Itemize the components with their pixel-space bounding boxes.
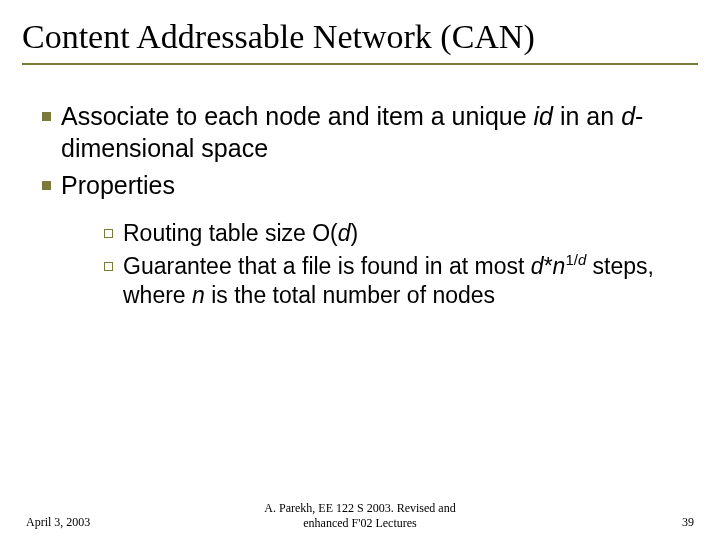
italic-text: d [531, 253, 544, 279]
footer-page-number: 39 [682, 515, 694, 530]
sub-bullet-text: Guarantee that a file is found in at mos… [123, 252, 688, 310]
slide-body: Associate to each node and item a unique… [22, 101, 698, 309]
text-fragment: in an [553, 102, 621, 130]
text-fragment: ) [351, 220, 359, 246]
bullet-text: Properties [61, 170, 688, 201]
text-fragment: Guarantee that a file is found in at mos… [123, 253, 531, 279]
text-fragment: Routing table size O( [123, 220, 338, 246]
bullet-text: Associate to each node and item a unique… [61, 101, 688, 164]
slide-title: Content Addressable Network (CAN) [22, 18, 698, 61]
italic-text: d [338, 220, 351, 246]
square-bullet-icon [42, 181, 51, 190]
italic-text: id [534, 102, 553, 130]
footer-date: April 3, 2003 [26, 515, 90, 530]
open-square-bullet-icon [104, 229, 113, 238]
slide-footer: April 3, 2003 A. Parekh, EE 122 S 2003. … [0, 515, 720, 530]
footer-attribution: A. Parekh, EE 122 S 2003. Revised and en… [210, 501, 510, 530]
superscript: 1/d [565, 251, 586, 268]
bullet-item: Properties [42, 170, 688, 201]
square-bullet-icon [42, 112, 51, 121]
italic-text: n [553, 253, 566, 279]
text-fragment: A. Parekh, EE 122 S 2003. Revised and [264, 501, 455, 515]
italic-text: d [578, 251, 586, 268]
italic-text: d [621, 102, 635, 130]
sub-bullet-item: Guarantee that a file is found in at mos… [104, 252, 688, 310]
sub-bullet-item: Routing table size O(d) [104, 219, 688, 248]
text-fragment: Associate to each node and item a unique [61, 102, 534, 130]
open-square-bullet-icon [104, 262, 113, 271]
text-fragment: 1/ [565, 251, 577, 268]
text-fragment: enhanced F'02 Lectures [303, 516, 416, 530]
italic-text: n [192, 282, 205, 308]
sub-bullet-text: Routing table size O(d) [123, 219, 688, 248]
sub-bullet-list: Routing table size O(d) Guarantee that a… [42, 219, 688, 309]
title-underline [22, 63, 698, 65]
slide: Content Addressable Network (CAN) Associ… [0, 0, 720, 540]
text-fragment: * [544, 253, 553, 279]
bullet-item: Associate to each node and item a unique… [42, 101, 688, 164]
text-fragment: is the total number of nodes [205, 282, 495, 308]
